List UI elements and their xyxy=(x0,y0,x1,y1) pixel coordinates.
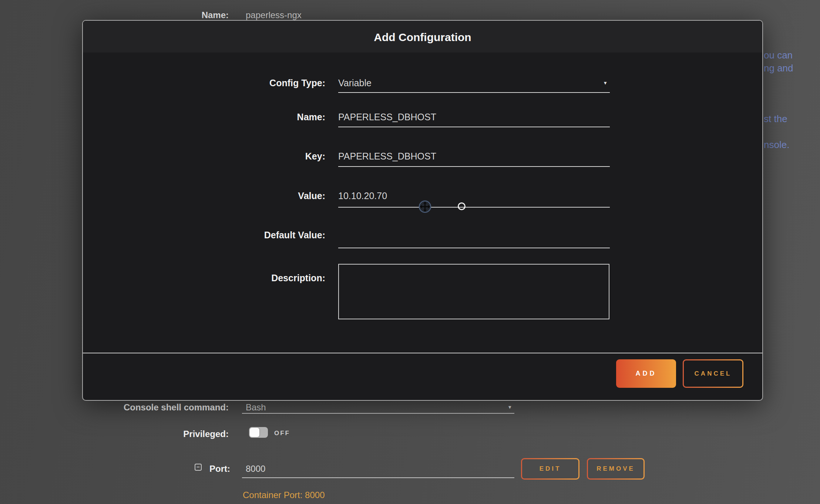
console-shell-command-value[interactable]: Bash xyxy=(246,402,266,413)
description-label: Description: xyxy=(157,270,325,286)
chevron-down-icon[interactable]: ▾ xyxy=(508,404,511,410)
remove-button-label: REMOVE xyxy=(588,459,643,478)
name-underline xyxy=(338,127,610,127)
description-textarea[interactable] xyxy=(338,264,609,319)
edit-button-label: EDIT xyxy=(522,459,578,478)
dialog-title: Add Configuration xyxy=(83,31,762,44)
config-type-underline xyxy=(338,92,610,93)
default-value-label: Default Value: xyxy=(157,227,325,243)
cancel-button-label: CANCEL xyxy=(684,360,742,387)
privileged-toggle[interactable] xyxy=(249,427,268,438)
name-label: Name: xyxy=(157,109,325,125)
config-type-label: Config Type: xyxy=(157,75,325,91)
container-port-hint: Container Port: 8000 xyxy=(243,490,325,500)
edit-button[interactable]: EDIT xyxy=(521,458,579,480)
help-text-fragment: ou can xyxy=(764,50,793,61)
toggle-knob xyxy=(250,428,259,437)
move-cursor-icon xyxy=(418,200,432,214)
help-text-fragment: nsole. xyxy=(764,139,789,150)
click-indicator-circle xyxy=(458,202,466,210)
value-underline xyxy=(338,207,610,208)
port-underline xyxy=(242,477,514,478)
default-value-underline xyxy=(338,248,610,248)
key-label: Key: xyxy=(157,148,325,164)
console-shell-command-label: Console shell command: xyxy=(111,402,229,413)
key-underline xyxy=(338,166,610,167)
add-button[interactable]: ADD xyxy=(616,359,676,388)
privileged-state-text: OFF xyxy=(274,430,290,437)
port-label: Port: xyxy=(185,463,230,474)
console-shell-command-underline xyxy=(242,413,514,414)
footer-divider xyxy=(83,353,762,353)
screen: Name: paperless-ngx ou can ng and st the… xyxy=(0,0,820,504)
container-name-value: paperless-ngx xyxy=(246,10,302,21)
container-name-label: Name: xyxy=(148,10,229,21)
help-text-fragment: ng and xyxy=(764,63,793,74)
cancel-button[interactable]: CANCEL xyxy=(683,359,743,388)
privileged-label: Privileged: xyxy=(130,429,229,440)
default-value-input[interactable] xyxy=(338,227,610,243)
remove-button[interactable]: REMOVE xyxy=(587,458,645,480)
value-input[interactable] xyxy=(338,188,610,204)
port-value[interactable]: 8000 xyxy=(246,463,265,474)
dialog-header: Add Configuration xyxy=(83,21,762,53)
chevron-down-icon[interactable]: ▾ xyxy=(604,80,607,85)
help-text-fragment: st the xyxy=(764,113,787,124)
key-input[interactable] xyxy=(338,148,610,164)
config-type-select[interactable]: Variable xyxy=(338,75,610,91)
value-label: Value: xyxy=(157,188,325,204)
name-input[interactable] xyxy=(338,109,610,125)
